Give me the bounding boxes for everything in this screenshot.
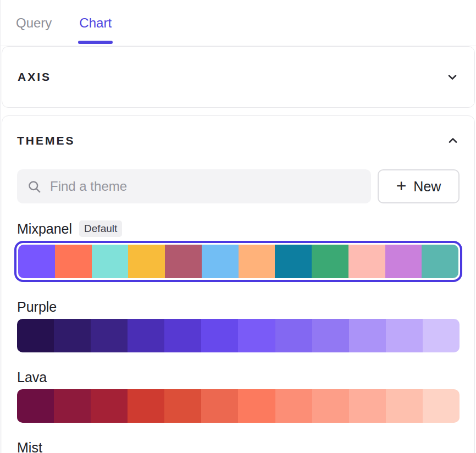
selected-theme-ring[interactable] — [14, 241, 462, 282]
color-swatch — [92, 245, 129, 278]
default-badge: Default — [79, 220, 122, 237]
theme-item: Mist — [17, 440, 460, 453]
chevron-down-icon[interactable] — [446, 70, 459, 84]
theme-swatch-row[interactable] — [18, 245, 458, 278]
color-swatch — [128, 319, 164, 352]
color-swatch — [423, 389, 460, 423]
chevron-up-icon[interactable] — [446, 134, 460, 147]
color-swatch — [17, 319, 54, 352]
color-swatch — [128, 389, 164, 423]
themes-section: THEMES + New MixpanelDefaultPurpleLavaMi… — [2, 115, 475, 453]
tab-query[interactable]: Query — [16, 0, 52, 46]
color-swatch — [128, 245, 165, 278]
chart-settings-panel: Query Chart AXIS THEMES — [0, 0, 476, 453]
axis-section-title: AXIS — [18, 70, 51, 84]
tab-query-label: Query — [16, 15, 52, 31]
theme-search-input[interactable] — [50, 179, 361, 194]
themes-section-title: THEMES — [17, 134, 75, 147]
color-swatch — [386, 319, 423, 352]
color-swatch — [165, 245, 202, 278]
theme-name: Lava — [17, 369, 47, 385]
new-theme-button[interactable]: + New — [378, 169, 460, 203]
color-swatch — [423, 319, 460, 352]
color-swatch — [238, 319, 275, 352]
color-swatch — [238, 389, 275, 423]
color-swatch — [386, 389, 423, 423]
theme-item: MixpanelDefault — [17, 220, 460, 282]
color-swatch — [275, 245, 312, 278]
theme-search-row: + New — [17, 169, 460, 203]
section-gap — [1, 108, 476, 115]
color-swatch — [18, 245, 55, 278]
tab-bar: Query Chart — [1, 0, 476, 46]
color-swatch — [202, 245, 239, 278]
theme-swatch-row[interactable] — [17, 389, 460, 423]
color-swatch — [312, 245, 348, 278]
color-swatch — [164, 319, 201, 352]
theme-label-row: Mist — [17, 440, 460, 453]
color-swatch — [54, 389, 91, 423]
color-swatch — [17, 389, 54, 423]
theme-search-box[interactable] — [17, 169, 371, 203]
color-swatch — [349, 389, 386, 423]
theme-swatch-row[interactable] — [17, 319, 460, 352]
color-swatch — [91, 319, 128, 352]
color-swatch — [275, 389, 312, 423]
tab-chart-label: Chart — [79, 15, 112, 31]
theme-name: Purple — [17, 299, 57, 315]
color-swatch — [349, 319, 386, 352]
theme-item: Lava — [17, 369, 460, 423]
search-icon — [27, 179, 42, 194]
theme-label-row: MixpanelDefault — [17, 220, 460, 237]
theme-name: Mist — [17, 440, 42, 453]
color-swatch — [164, 389, 201, 423]
plus-icon: + — [396, 177, 407, 195]
axis-section[interactable]: AXIS — [2, 46, 475, 108]
color-swatch — [422, 245, 458, 278]
color-swatch — [54, 319, 91, 352]
themes-section-header[interactable]: THEMES — [17, 116, 460, 147]
theme-list: MixpanelDefaultPurpleLavaMist — [17, 220, 460, 453]
tab-chart[interactable]: Chart — [79, 0, 112, 46]
color-swatch — [201, 389, 238, 423]
color-swatch — [348, 245, 385, 278]
color-swatch — [55, 245, 92, 278]
theme-name: Mixpanel — [17, 221, 72, 237]
active-tab-underline — [78, 41, 113, 44]
color-swatch — [239, 245, 275, 278]
theme-label-row: Purple — [17, 299, 460, 315]
color-swatch — [312, 319, 349, 352]
new-theme-button-label: New — [413, 179, 441, 195]
theme-label-row: Lava — [17, 369, 460, 385]
color-swatch — [91, 389, 128, 423]
color-swatch — [275, 319, 312, 352]
color-swatch — [385, 245, 422, 278]
color-swatch — [312, 389, 349, 423]
color-swatch — [201, 319, 238, 352]
theme-item: Purple — [17, 299, 460, 352]
